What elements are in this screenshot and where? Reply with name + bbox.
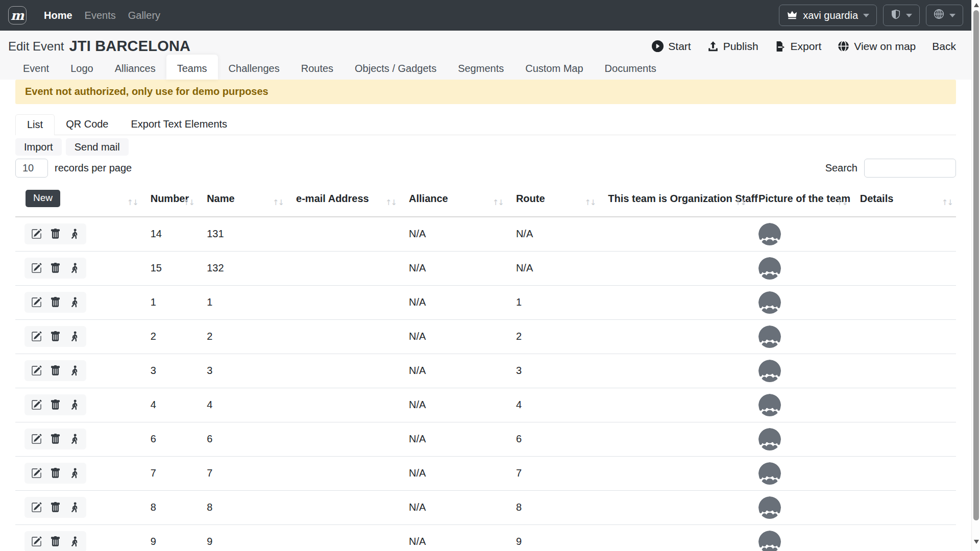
event-tab[interactable]: Segments [447, 58, 514, 80]
team-avatar[interactable] [758, 325, 847, 348]
records-per-page-input[interactable] [15, 159, 48, 178]
track-team-button[interactable] [69, 468, 80, 479]
sort-icon[interactable]: ↑↓ [837, 198, 847, 207]
event-tab[interactable]: Teams [166, 55, 218, 80]
export-button[interactable]: Export [775, 40, 822, 53]
event-tab[interactable]: Routes [290, 58, 344, 80]
sort-icon[interactable]: ↑↓ [942, 198, 952, 207]
cell-number: 4 [141, 388, 198, 422]
track-team-button[interactable] [69, 229, 80, 239]
edit-team-button[interactable] [31, 229, 42, 239]
start-button[interactable]: Start [652, 40, 691, 53]
delete-team-button[interactable] [50, 331, 61, 342]
column-header-picture[interactable]: Picture of the team↑↓ [749, 183, 851, 217]
edit-team-button[interactable] [31, 399, 42, 410]
delete-team-button[interactable] [50, 399, 61, 410]
send-mail-button[interactable]: Send mail [66, 138, 129, 156]
nav-link-gallery[interactable]: Gallery [122, 6, 166, 26]
trash-icon [50, 399, 61, 410]
track-team-button[interactable] [69, 365, 80, 376]
sort-icon[interactable]: ↑↓ [385, 198, 396, 207]
event-tab[interactable]: Event [12, 58, 60, 80]
team-avatar[interactable] [758, 428, 847, 450]
track-team-button[interactable] [69, 434, 80, 444]
event-tab[interactable]: Objects / Gadgets [344, 58, 447, 80]
sort-icon[interactable]: ↑↓ [127, 198, 138, 207]
edit-team-button[interactable] [31, 365, 42, 376]
user-menu-button[interactable]: xavi guardia [779, 5, 877, 26]
team-avatar[interactable] [758, 394, 847, 416]
column-header-number[interactable]: Number↑↓ [141, 183, 198, 217]
team-avatar[interactable] [758, 223, 847, 245]
track-team-button[interactable] [69, 297, 80, 308]
cell-name: 7 [198, 456, 287, 490]
search-input[interactable] [864, 159, 956, 178]
column-header-route[interactable]: Route↑↓ [507, 183, 599, 217]
edit-team-button[interactable] [31, 536, 42, 547]
sort-icon[interactable]: ↑↓ [273, 198, 283, 207]
delete-team-button[interactable] [50, 229, 61, 239]
team-avatar[interactable] [758, 496, 847, 519]
sort-icon[interactable]: ↑↓ [735, 198, 746, 207]
event-tab[interactable]: Challenges [218, 58, 290, 80]
delete-team-button[interactable] [50, 434, 61, 444]
edit-team-button[interactable] [31, 297, 42, 308]
cell-email [287, 456, 400, 490]
view-on-map-button[interactable]: View on map [838, 40, 916, 53]
scroll-down-arrow-icon[interactable] [974, 540, 979, 544]
track-team-button[interactable] [69, 331, 80, 342]
delete-team-button[interactable] [50, 502, 61, 513]
teams-subtab[interactable]: QR Code [55, 114, 119, 135]
app-logo[interactable]: m [8, 6, 27, 24]
track-team-button[interactable] [69, 263, 80, 273]
edit-team-button[interactable] [31, 502, 42, 513]
cell-actions [15, 354, 141, 388]
column-header-details[interactable]: Details↑↓ [851, 183, 956, 217]
track-team-button[interactable] [69, 399, 80, 410]
sort-icon[interactable]: ↑↓ [584, 198, 595, 207]
delete-team-button[interactable] [50, 297, 61, 308]
track-team-button[interactable] [69, 502, 80, 513]
delete-team-button[interactable] [50, 536, 61, 547]
team-avatar[interactable] [758, 462, 847, 485]
row-action-group [24, 258, 86, 279]
edit-team-button[interactable] [31, 263, 42, 273]
language-menu-button[interactable] [926, 5, 963, 26]
nav-link-events[interactable]: Events [79, 6, 122, 26]
teams-subtab[interactable]: List [15, 114, 55, 135]
column-header-name[interactable]: Name↑↓ [198, 183, 287, 217]
publish-button[interactable]: Publish [707, 40, 758, 53]
vertical-scrollbar[interactable] [971, 0, 980, 551]
scrollbar-thumb[interactable] [973, 10, 979, 520]
track-team-button[interactable] [69, 536, 80, 547]
delete-team-button[interactable] [50, 263, 61, 273]
event-tab[interactable]: Alliances [104, 58, 166, 80]
column-header-email[interactable]: e-mail Address↑↓ [287, 183, 400, 217]
scroll-up-arrow-icon[interactable] [974, 3, 979, 7]
column-header-alliance[interactable]: Alliance↑↓ [400, 183, 507, 217]
edit-team-button[interactable] [31, 468, 42, 479]
import-button[interactable]: Import [15, 138, 62, 156]
teams-subtab[interactable]: Export Text Elements [120, 114, 239, 135]
delete-team-button[interactable] [50, 365, 61, 376]
back-button[interactable]: Back [932, 40, 956, 53]
chevron-down-icon [949, 14, 955, 17]
sort-icon[interactable]: ↑↓ [183, 198, 194, 207]
team-avatar[interactable] [758, 291, 847, 314]
edit-team-button[interactable] [31, 434, 42, 444]
column-header-org-staff[interactable]: This team is Organization Staff↑↓ [599, 183, 749, 217]
team-avatar[interactable] [758, 360, 847, 382]
new-team-button[interactable]: New [26, 190, 60, 207]
table-row: 4 4 N/A 4 [15, 388, 956, 422]
event-tab[interactable]: Custom Map [514, 58, 594, 80]
event-tab[interactable]: Logo [60, 58, 104, 80]
edit-team-button[interactable] [31, 331, 42, 342]
column-header-actions[interactable]: New ↑↓ [15, 183, 141, 217]
admin-menu-button[interactable] [883, 5, 920, 26]
sort-icon[interactable]: ↑↓ [493, 198, 503, 207]
delete-team-button[interactable] [50, 468, 61, 479]
event-tab[interactable]: Documents [594, 58, 667, 80]
team-avatar[interactable] [758, 531, 847, 551]
team-avatar[interactable] [758, 257, 847, 280]
nav-link-home[interactable]: Home [38, 6, 79, 26]
